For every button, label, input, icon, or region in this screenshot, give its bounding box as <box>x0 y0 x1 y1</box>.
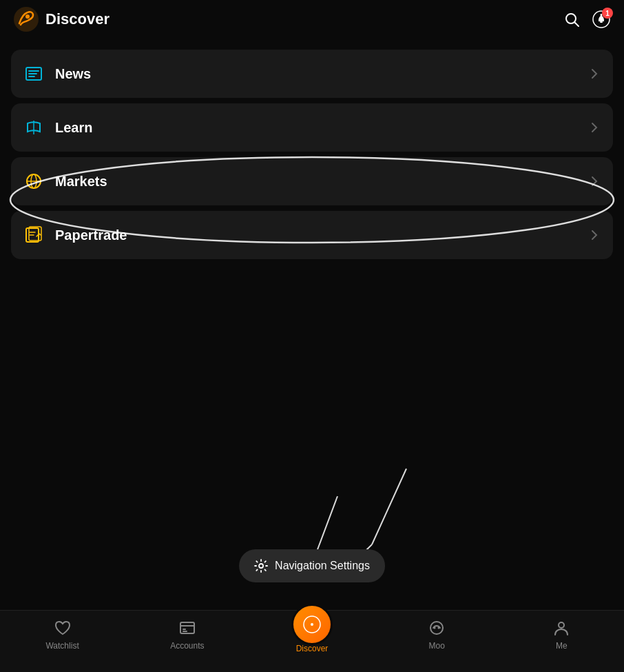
papertrade-chevron-icon <box>588 229 601 241</box>
notification-button[interactable]: 1 <box>592 10 610 28</box>
svg-point-33 <box>559 622 564 628</box>
nav-settings-popup[interactable]: Navigation Settings <box>239 549 385 582</box>
svg-line-19 <box>372 469 406 544</box>
nav-item-discover[interactable]: Discover <box>249 604 374 653</box>
accounts-label: Accounts <box>170 641 204 651</box>
watchlist-label: Watchlist <box>45 641 79 651</box>
moo-icon <box>428 619 446 637</box>
menu-list: News Learn <box>0 39 624 259</box>
menu-item-news[interactable]: News <box>11 50 613 98</box>
header: Discover 1 <box>0 0 624 39</box>
svg-point-29 <box>311 623 313 626</box>
accounts-icon <box>178 619 196 637</box>
page-title: Discover <box>45 10 110 28</box>
discover-label: Discover <box>296 644 329 653</box>
menu-item-markets-left: Markets <box>23 171 107 192</box>
news-label: News <box>55 66 91 82</box>
me-label: Me <box>556 641 568 651</box>
menu-item-news-left: News <box>23 63 91 84</box>
menu-item-markets[interactable]: Markets <box>11 157 613 205</box>
nav-item-me[interactable]: Me <box>499 619 624 651</box>
news-icon <box>23 63 44 84</box>
papertrade-icon <box>23 225 44 245</box>
discover-circle <box>291 604 333 645</box>
watchlist-icon <box>54 619 72 637</box>
svg-point-31 <box>434 627 436 629</box>
markets-chevron-icon <box>588 175 601 187</box>
svg-line-21 <box>317 496 337 551</box>
menu-item-learn[interactable]: Learn <box>11 103 613 152</box>
discover-icon <box>302 614 322 635</box>
notification-badge: 1 <box>602 8 613 19</box>
moo-label: Moo <box>429 641 445 651</box>
menu-item-papertrade[interactable]: Papertrade <box>11 211 613 259</box>
papertrade-label: Papertrade <box>55 227 127 243</box>
nav-item-moo[interactable]: Moo <box>375 619 499 651</box>
menu-item-learn-left: Learn <box>23 117 92 138</box>
svg-rect-24 <box>180 622 194 633</box>
markets-label: Markets <box>55 174 107 190</box>
header-right: 1 <box>563 10 610 28</box>
app-logo-icon <box>14 7 39 32</box>
svg-point-23 <box>259 564 263 568</box>
svg-point-0 <box>14 7 39 32</box>
search-button[interactable] <box>563 11 580 28</box>
gear-icon <box>254 559 268 573</box>
news-chevron-icon <box>588 68 601 80</box>
menu-item-papertrade-left: Papertrade <box>23 225 127 245</box>
svg-point-30 <box>430 622 443 634</box>
nav-item-accounts[interactable]: Accounts <box>125 619 249 651</box>
svg-line-3 <box>575 23 579 27</box>
nav-item-watchlist[interactable]: Watchlist <box>0 619 125 651</box>
bottom-nav: Watchlist Accounts Discover <box>0 610 624 672</box>
svg-point-32 <box>438 627 440 629</box>
me-icon <box>552 619 570 637</box>
learn-icon <box>23 117 44 138</box>
search-icon <box>563 11 580 28</box>
nav-settings-label: Navigation Settings <box>275 560 370 572</box>
learn-label: Learn <box>55 120 92 136</box>
markets-icon <box>23 171 44 192</box>
header-left: Discover <box>14 7 110 32</box>
svg-rect-6 <box>600 21 603 23</box>
learn-chevron-icon <box>588 121 601 134</box>
svg-point-1 <box>25 14 30 19</box>
